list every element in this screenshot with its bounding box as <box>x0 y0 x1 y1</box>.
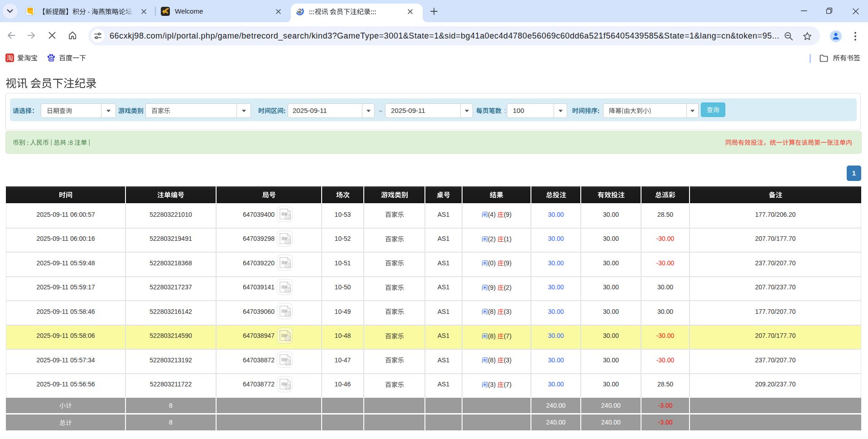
svg-text:du: du <box>49 58 53 61</box>
